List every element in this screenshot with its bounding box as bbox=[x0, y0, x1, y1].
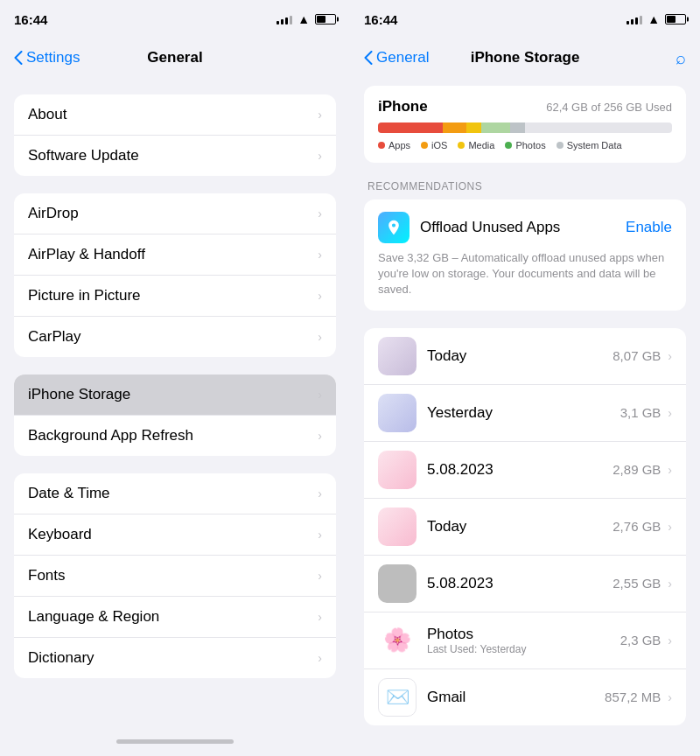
right-status-icons: ▲ bbox=[626, 12, 686, 26]
settings-row-carplay[interactable]: CarPlay › bbox=[14, 317, 336, 357]
app-size-4: 2,76 GB bbox=[612, 519, 661, 534]
storage-segment-ios bbox=[443, 122, 466, 133]
app-list: Today 8,07 GB › Yesterday 3,1 GB › 5.08.… bbox=[364, 328, 686, 725]
settings-row-software-update[interactable]: Software Update › bbox=[14, 136, 336, 176]
app-info-5: 5.08.2023 bbox=[427, 575, 612, 592]
app-row-3[interactable]: 5.08.2023 2,89 GB › bbox=[364, 442, 686, 499]
settings-row-airplay-label: AirPlay & Handoff bbox=[28, 246, 145, 263]
app-subtitle-photos: Last Used: Yesterday bbox=[427, 643, 620, 655]
app-thumb-4 bbox=[378, 508, 416, 546]
app-size-5: 2,55 GB bbox=[612, 576, 661, 591]
settings-group-2: AirDrop › AirPlay & Handoff › Picture in… bbox=[14, 193, 336, 357]
app-row-4[interactable]: Today 2,76 GB › bbox=[364, 499, 686, 556]
home-indicator bbox=[0, 726, 350, 756]
settings-row-fonts[interactable]: Fonts › bbox=[14, 556, 336, 597]
storage-card-header: iPhone 62,4 GB of 256 GB Used bbox=[378, 98, 672, 116]
app-row-photos[interactable]: 🌸 Photos Last Used: Yesterday 2,3 GB › bbox=[364, 612, 686, 669]
legend-dot-photos bbox=[505, 142, 512, 149]
legend-label-photos: Photos bbox=[515, 140, 545, 150]
settings-row-language-region[interactable]: Language & Region › bbox=[14, 597, 336, 638]
app-row-1[interactable]: Today 8,07 GB › bbox=[364, 328, 686, 385]
storage-summary-card: iPhone 62,4 GB of 256 GB Used Apps iOS bbox=[364, 86, 686, 163]
chevron-icon: › bbox=[318, 429, 322, 443]
settings-row-airdrop[interactable]: AirDrop › bbox=[14, 193, 336, 234]
app-row-gmail[interactable]: ✉️ Gmail 857,2 MB › bbox=[364, 669, 686, 725]
chevron-icon: › bbox=[318, 149, 322, 163]
storage-segment-apps bbox=[378, 122, 443, 133]
offload-enable-button[interactable]: Enable bbox=[626, 219, 672, 236]
recommendation-left: Offload Unused Apps bbox=[378, 212, 560, 243]
settings-group-1: About › Software Update › bbox=[14, 94, 336, 176]
left-nav-bar: Settings General bbox=[0, 38, 350, 77]
left-back-button[interactable]: Settings bbox=[14, 49, 80, 66]
settings-row-dictionary[interactable]: Dictionary › bbox=[14, 638, 336, 678]
offload-app-icon bbox=[378, 212, 410, 243]
settings-row-date-time-label: Date & Time bbox=[28, 485, 110, 502]
settings-row-fonts-label: Fonts bbox=[28, 567, 66, 584]
right-time: 16:44 bbox=[364, 12, 397, 27]
chevron-icon: › bbox=[318, 330, 322, 344]
left-status-icons: ▲ bbox=[276, 12, 336, 26]
settings-row-software-update-label: Software Update bbox=[28, 147, 139, 164]
left-time: 16:44 bbox=[14, 12, 47, 27]
left-settings-content: About › Software Update › AirDrop › AirP… bbox=[0, 77, 350, 726]
settings-row-iphone-storage[interactable]: iPhone Storage › bbox=[14, 374, 336, 416]
storage-used-text: 62,4 GB of 256 GB Used bbox=[546, 101, 672, 114]
chevron-icon: › bbox=[668, 406, 672, 420]
right-nav-title: iPhone Storage bbox=[471, 49, 580, 66]
legend-system: System Data bbox=[556, 140, 622, 150]
chevron-icon: › bbox=[318, 289, 322, 303]
app-info-2: Yesterday bbox=[427, 404, 620, 422]
chevron-icon: › bbox=[668, 577, 672, 591]
app-thumb-2 bbox=[378, 394, 416, 432]
settings-row-airplay-handoff[interactable]: AirPlay & Handoff › bbox=[14, 234, 336, 276]
settings-row-dictionary-label: Dictionary bbox=[28, 649, 94, 667]
app-row-5[interactable]: 5.08.2023 2,55 GB › bbox=[364, 556, 686, 612]
settings-row-background-app-refresh[interactable]: Background App Refresh › bbox=[14, 416, 336, 456]
chevron-icon: › bbox=[668, 690, 672, 704]
app-name-5: 5.08.2023 bbox=[427, 575, 494, 592]
app-name-1: Today bbox=[427, 347, 466, 364]
chevron-icon: › bbox=[318, 206, 322, 220]
left-status-bar: 16:44 ▲ bbox=[0, 0, 350, 38]
legend-media: Media bbox=[458, 140, 494, 150]
chevron-icon: › bbox=[668, 634, 672, 648]
settings-row-keyboard-label: Keyboard bbox=[28, 526, 92, 543]
settings-row-keyboard[interactable]: Keyboard › bbox=[14, 514, 336, 556]
storage-legend: Apps iOS Media Photos System Data bbox=[378, 140, 672, 150]
app-name-2: Yesterday bbox=[427, 404, 493, 421]
app-info-4: Today bbox=[427, 518, 612, 536]
battery-icon bbox=[665, 14, 686, 24]
left-panel: 16:44 ▲ Settings General bbox=[0, 0, 350, 756]
chevron-icon: › bbox=[318, 610, 322, 624]
signal-icon bbox=[276, 14, 292, 24]
app-thumb-3 bbox=[378, 451, 416, 489]
chevron-icon: › bbox=[668, 349, 672, 363]
chevron-icon: › bbox=[318, 651, 322, 665]
settings-row-picture-in-picture[interactable]: Picture in Picture › bbox=[14, 276, 336, 317]
right-back-button[interactable]: General bbox=[364, 49, 429, 66]
settings-row-airdrop-label: AirDrop bbox=[28, 205, 79, 222]
storage-bar bbox=[378, 122, 672, 133]
settings-row-background-label: Background App Refresh bbox=[28, 427, 193, 444]
legend-dot-system bbox=[556, 142, 564, 149]
storage-segment-system bbox=[510, 122, 525, 133]
right-panel: 16:44 ▲ General iPhone Storage ⌕ bbox=[350, 0, 700, 756]
app-size-photos: 2,3 GB bbox=[620, 633, 662, 648]
legend-ios: iOS bbox=[421, 140, 447, 150]
settings-row-iphone-storage-label: iPhone Storage bbox=[28, 386, 130, 403]
search-icon[interactable]: ⌕ bbox=[676, 48, 686, 68]
settings-row-about[interactable]: About › bbox=[14, 94, 336, 136]
app-info-3: 5.08.2023 bbox=[427, 461, 612, 479]
app-name-gmail: Gmail bbox=[427, 689, 466, 705]
storage-segment-media bbox=[466, 122, 481, 133]
offload-title: Offload Unused Apps bbox=[420, 219, 560, 236]
settings-row-pip-label: Picture in Picture bbox=[28, 287, 141, 304]
home-bar bbox=[116, 739, 234, 744]
app-info-gmail: Gmail bbox=[427, 689, 605, 706]
legend-label-system: System Data bbox=[567, 140, 622, 150]
legend-dot-media bbox=[458, 142, 465, 149]
app-row-2[interactable]: Yesterday 3,1 GB › bbox=[364, 385, 686, 442]
settings-row-date-time[interactable]: Date & Time › bbox=[14, 473, 336, 514]
legend-label-ios: iOS bbox=[431, 140, 447, 150]
